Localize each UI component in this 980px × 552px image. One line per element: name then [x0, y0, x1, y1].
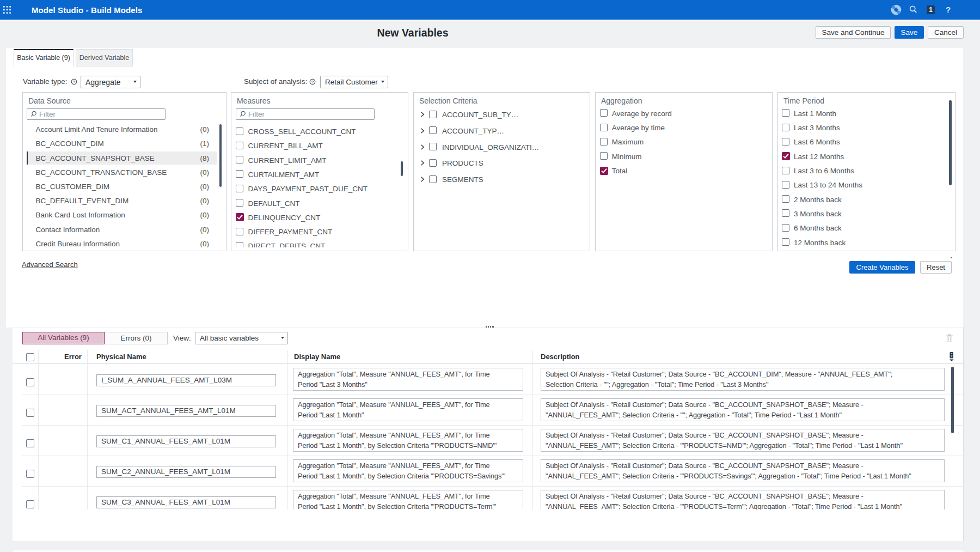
svg-text:?: ?: [311, 80, 314, 84]
svg-text:?: ?: [73, 80, 76, 84]
